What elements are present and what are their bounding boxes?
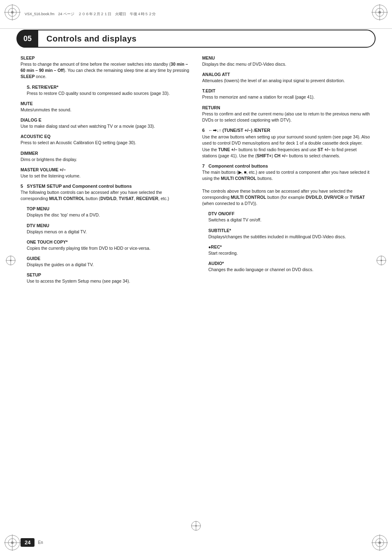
right-mid-mark <box>376 255 387 267</box>
entry-guide: GUIDE Displays the guides on a digital T… <box>21 256 190 268</box>
file-info: VSX_516.book.fm 24 ページ ２０６年２月２１日 火曜日 午後４… <box>25 12 156 17</box>
entry-menu-title: MENU <box>202 55 371 60</box>
entry-mute-title: MUTE <box>21 101 190 106</box>
entry-sleep-title: SLEEP <box>21 55 190 60</box>
entry-t-edit: T.EDIT Press to memorize and name a stat… <box>202 88 371 100</box>
entry-dialog-e: DIALOG E Use to make dialog stand out wh… <box>21 117 190 129</box>
entry-sleep-body: Press to change the amount of time befor… <box>21 61 190 80</box>
entry-system-setup-title: 5 SYSTEM SETUP and Component control but… <box>21 184 190 189</box>
corner-decoration-bl <box>2 532 23 553</box>
entry-dtv-menu-body: Displays menus on a digital TV. <box>27 229 190 235</box>
chapter-number: 05 <box>17 30 38 48</box>
entry-arrow-buttons: 6 ←➡↓↑ (TUNE/ST +/–) /ENTER Use the arro… <box>202 128 371 159</box>
top-strip: VSX_516.book.fm 24 ページ ２０６年２月２１日 火曜日 午後４… <box>0 0 392 29</box>
entry-analog-att-body: Attenuates (lowers) the level of an anal… <box>202 78 371 84</box>
entry-analog-att-title: ANALOG ATT <box>202 72 371 77</box>
entry-arrow-buttons-title: 6 ←➡↓↑ (TUNE/ST +/–) /ENTER <box>202 128 371 133</box>
entry-dtv-menu-title: DTV MENU <box>27 223 190 228</box>
entry-top-menu-body: Displays the disc 'top' menu of a DVD. <box>27 212 190 218</box>
entry-dialog-e-title: DIALOG E <box>21 117 190 122</box>
entry-component-control: 7 Component control buttons The main but… <box>202 164 371 207</box>
right-column: MENU Displays the disc menu of DVD-Video… <box>202 55 371 514</box>
entry-rec: ●REC* Start recording. <box>202 244 371 256</box>
entry-dtv-menu: DTV MENU Displays menus on a digital TV. <box>21 223 190 235</box>
corner-decoration-br <box>369 532 390 553</box>
page-number: 24 <box>21 538 35 547</box>
entry-acoustic-eq-title: ACOUSTIC EQ <box>21 134 190 139</box>
entry-guide-title: GUIDE <box>27 256 190 261</box>
entry-return-body: Press to confirm and exit the current me… <box>202 111 371 123</box>
entry-dtv-on-off: DTV ON/OFF Switches a digital TV on/off. <box>202 211 371 223</box>
entry-one-touch-copy: ONE TOUCH COPY* Copies the currently pla… <box>21 240 190 251</box>
entry-menu-body: Displays the disc menu of DVD-Video disc… <box>202 61 371 67</box>
content-area: SLEEP Press to change the amount of time… <box>21 55 371 514</box>
entry-s-retriever-title: S. RETRIEVER* <box>27 85 190 90</box>
entry-mute-body: Mutes/unmutes the sound. <box>21 107 190 113</box>
entry-master-volume: MASTER VOLUME +/– Use to set the listeni… <box>21 167 190 179</box>
left-column: SLEEP Press to change the amount of time… <box>21 55 190 514</box>
entry-component-control-body: The main buttons (▶, ■, etc.) are used t… <box>202 169 371 207</box>
entry-one-touch-copy-title: ONE TOUCH COPY* <box>27 240 190 244</box>
chapter-header: 05 Controls and displays <box>16 30 376 48</box>
entry-dtv-on-off-body: Switches a digital TV on/off. <box>208 217 371 223</box>
entry-acoustic-eq-body: Press to select an Acoustic Calibration … <box>21 140 190 146</box>
entry-subtitle-body: Displays/changes the subtitles included … <box>208 234 371 240</box>
entry-s-retriever: S. RETRIEVER* Press to restore CD qualit… <box>21 85 190 97</box>
entry-setup-title: SETUP <box>27 272 190 277</box>
entry-one-touch-copy-body: Copies the currently playing title from … <box>27 245 190 251</box>
entry-return-title: RETURN <box>202 105 371 110</box>
entry-dimmer-title: DIMMER <box>21 151 190 156</box>
entry-analog-att: ANALOG ATT Attenuates (lowers) the level… <box>202 72 371 84</box>
entry-dimmer-body: Dims or brightens the display. <box>21 157 190 163</box>
chapter-title: Controls and displays <box>38 34 136 44</box>
entry-audio-body: Changes the audio language or channel on… <box>208 267 371 273</box>
entry-s-retriever-body: Press to restore CD quality sound to com… <box>27 90 190 97</box>
entry-return: RETURN Press to confirm and exit the cur… <box>202 105 371 123</box>
entry-master-volume-body: Use to set the listening volume. <box>21 173 190 179</box>
entry-top-menu-title: TOP MENU <box>27 206 190 211</box>
entry-dtv-on-off-title: DTV ON/OFF <box>208 211 371 216</box>
entry-audio: AUDIO* Changes the audio language or cha… <box>202 261 371 273</box>
entry-master-volume-title: MASTER VOLUME +/– <box>21 167 190 172</box>
entry-acoustic-eq: ACOUSTIC EQ Press to select an Acoustic … <box>21 134 190 146</box>
entry-setup-body: Use to access the System Setup menu (see… <box>27 278 190 284</box>
entry-component-control-title: 7 Component control buttons <box>202 164 371 168</box>
entry-dimmer: DIMMER Dims or brightens the display. <box>21 151 190 163</box>
entry-guide-body: Displays the guides on a digital TV. <box>27 262 190 268</box>
footer: 24 En <box>21 538 43 547</box>
entry-dialog-e-body: Use to make dialog stand out when watchi… <box>21 123 190 129</box>
entry-top-menu: TOP MENU Displays the disc 'top' menu of… <box>21 206 190 218</box>
entry-mute: MUTE Mutes/unmutes the sound. <box>21 101 190 113</box>
footer-lang: En <box>38 540 43 545</box>
entry-arrow-buttons-body: Use the arrow buttons when setting up yo… <box>202 134 371 159</box>
entry-system-setup-body: The following button controls can be acc… <box>21 189 190 202</box>
entry-t-edit-body: Press to memorize and name a station for… <box>202 94 371 100</box>
entry-t-edit-title: T.EDIT <box>202 88 371 93</box>
entry-menu: MENU Displays the disc menu of DVD-Video… <box>202 55 371 67</box>
bottom-center-mark <box>190 520 202 532</box>
entry-sleep: SLEEP Press to change the amount of time… <box>21 55 190 80</box>
entry-system-setup: 5 SYSTEM SETUP and Component control but… <box>21 184 190 202</box>
entry-rec-title: ●REC* <box>208 244 371 249</box>
entry-subtitle-title: SUBTITLE* <box>208 228 371 233</box>
entry-audio-title: AUDIO* <box>208 261 371 266</box>
entry-rec-body: Start recording. <box>208 250 371 256</box>
left-mid-mark <box>5 255 16 267</box>
entry-setup: SETUP Use to access the System Setup men… <box>21 272 190 284</box>
entry-subtitle: SUBTITLE* Displays/changes the subtitles… <box>202 228 371 240</box>
